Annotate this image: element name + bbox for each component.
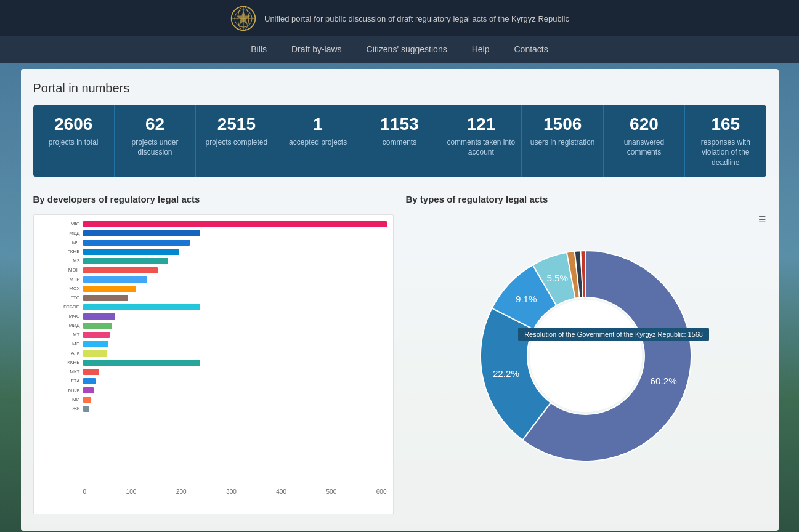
nav-citizens-suggestions[interactable]: Citizens' suggestions xyxy=(354,42,460,57)
stat-label-projects-completed: projects completed xyxy=(201,137,272,148)
bar-fill xyxy=(83,360,201,366)
stat-number-accepted-projects: 1 xyxy=(282,114,353,135)
bar-label: ЖК xyxy=(34,406,80,411)
bar-fill xyxy=(83,341,109,347)
bar-row: МТР xyxy=(83,276,387,283)
bar-row: МЮ xyxy=(83,221,387,227)
bar-fill xyxy=(83,397,91,403)
donut-label: 9.1% xyxy=(516,294,537,304)
bar-row: ККНБ xyxy=(83,360,387,366)
donut-wrapper: 60.2%22.2%9.1%5.5% Resolution of the Gov… xyxy=(469,239,703,473)
bar-fill xyxy=(83,258,169,264)
stat-number-unanswered-comments: 620 xyxy=(609,114,679,135)
chart-right-title: By types of regulatory legal acts xyxy=(406,194,766,204)
bar-chart-inner: МЮМВДМФГКНБМЗМОНМТРМСХГТСГСБЭПМЧСМИДМТМЭ… xyxy=(83,221,387,486)
donut-label: 5.5% xyxy=(546,273,568,283)
bar-label: МЮ xyxy=(34,221,80,227)
stat-comments-taken: 121 comments taken into account xyxy=(440,105,522,177)
stat-label-accepted-projects: accepted projects xyxy=(282,137,353,148)
stat-projects-discussion: 62 projects under discussion xyxy=(115,105,196,177)
bar-fill xyxy=(83,369,99,375)
bar-label: МЗ xyxy=(34,258,80,264)
bar-row: МЗ xyxy=(83,258,387,264)
stats-bar: 2606 projects in total 62 projects under… xyxy=(33,105,766,177)
stat-accepted-projects: 1 accepted projects xyxy=(277,105,359,177)
bar-fill xyxy=(83,230,201,236)
bar-label: МВД xyxy=(34,230,80,236)
stat-label-violations-deadline: responses with violation of the deadline xyxy=(690,137,761,168)
bar-row: ЖК xyxy=(83,406,387,412)
stat-label-projects-total: projects in total xyxy=(38,137,109,148)
chart-left: By developers of regulatory legal acts М… xyxy=(33,194,394,514)
donut-center xyxy=(530,300,642,412)
bar-label: ГСБЭП xyxy=(34,304,80,310)
bar-label: АГК xyxy=(34,350,80,356)
donut-label: 22.2% xyxy=(493,368,519,379)
nav-bills[interactable]: Bills xyxy=(238,42,279,57)
bar-row: ГТА xyxy=(83,378,387,384)
bar-row: ГСБЭП xyxy=(83,304,387,310)
stat-label-comments: comments xyxy=(364,137,435,148)
page-title: Portal in numbers xyxy=(33,81,766,95)
bar-fill xyxy=(83,350,107,357)
bar-row: МЧС xyxy=(83,313,387,320)
stat-label-users-registration: users in registration xyxy=(527,137,598,148)
bar-label: МИД xyxy=(34,323,80,328)
stat-projects-total: 2606 projects in total xyxy=(33,105,115,177)
stat-unanswered-comments: 620 unanswered comments xyxy=(604,105,685,177)
stat-label-unanswered-comments: unanswered comments xyxy=(609,137,679,158)
bar-label: МЭ xyxy=(34,341,80,347)
main-nav: Bills Draft by-laws Citizens' suggestion… xyxy=(0,36,799,63)
bar-label: ККНБ xyxy=(34,360,80,365)
stat-violations-deadline: 165 responses with violation of the dead… xyxy=(685,105,766,177)
stat-number-projects-discussion: 62 xyxy=(120,114,190,135)
bar-row: МСХ xyxy=(83,286,387,292)
background-scene: Portal in numbers 2606 projects in total… xyxy=(0,63,799,532)
bar-label: МТЖ xyxy=(34,387,80,393)
bar-label: МСХ xyxy=(34,286,80,291)
chart-right: By types of regulatory legal acts ☰ 60.2… xyxy=(406,194,766,514)
bar-row: ГТС xyxy=(83,295,387,301)
bar-fill xyxy=(83,286,137,292)
chart-left-title: By developers of regulatory legal acts xyxy=(33,194,394,204)
bar-fill xyxy=(83,267,158,273)
bar-row: АГК xyxy=(83,350,387,357)
bar-label: МКТ xyxy=(34,369,80,374)
bar-row: МИД xyxy=(83,323,387,329)
bar-chart-container: МЮМВДМФГКНБМЗМОНМТРМСХГТСГСБЭПМЧСМИДМТМЭ… xyxy=(33,214,394,514)
bar-row: ГКНБ xyxy=(83,249,387,255)
nav-draft-bylaws[interactable]: Draft by-laws xyxy=(279,42,354,57)
x-axis: 0 100 200 300 400 500 600 xyxy=(83,488,387,495)
stat-number-users-registration: 1506 xyxy=(527,114,598,135)
bar-fill xyxy=(83,304,201,310)
bar-label: МОН xyxy=(34,267,80,273)
logo-icon xyxy=(230,5,257,32)
nav-contacts[interactable]: Contacts xyxy=(501,42,560,57)
stat-label-comments-taken: comments taken into account xyxy=(445,137,516,158)
bar-fill xyxy=(83,323,113,329)
bar-fill xyxy=(83,249,179,255)
bar-label: ГТС xyxy=(34,295,80,300)
stat-label-projects-discussion: projects under discussion xyxy=(120,137,190,158)
bar-fill xyxy=(83,387,94,393)
bar-label: МФ xyxy=(34,240,80,245)
bar-fill xyxy=(83,240,190,246)
bar-row: МИ xyxy=(83,397,387,403)
menu-icon[interactable]: ☰ xyxy=(758,214,766,224)
bar-fill xyxy=(83,406,89,412)
bar-fill xyxy=(83,313,115,320)
bar-fill xyxy=(83,295,129,301)
bar-row: МТ xyxy=(83,332,387,338)
header-title: Unified portal for public discussion of … xyxy=(264,14,569,23)
bar-row: МВД xyxy=(83,230,387,236)
bar-fill xyxy=(83,276,147,283)
charts-section: By developers of regulatory legal acts М… xyxy=(33,194,766,514)
bar-label: ГТА xyxy=(34,378,80,384)
nav-help[interactable]: Help xyxy=(460,42,502,57)
bar-row: МФ xyxy=(83,240,387,246)
donut-chart-svg: 60.2%22.2%9.1%5.5% xyxy=(469,239,703,473)
stat-projects-completed: 2515 projects completed xyxy=(196,105,277,177)
bar-label: МЧС xyxy=(34,313,80,319)
stat-number-projects-total: 2606 xyxy=(38,114,109,135)
bar-label: МТР xyxy=(34,276,80,282)
